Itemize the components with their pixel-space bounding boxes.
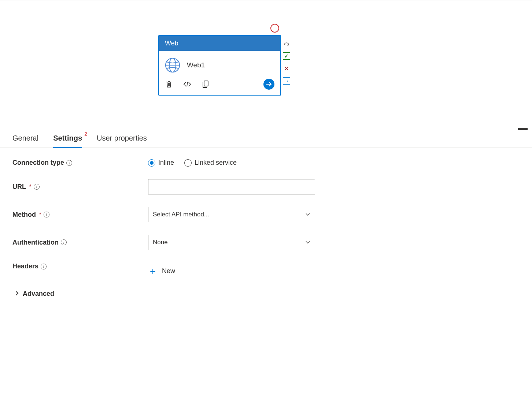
dependency-handles: ✓ ✕ → xyxy=(283,40,290,85)
chevron-right-icon xyxy=(15,291,19,297)
radio-inline[interactable]: Inline xyxy=(148,159,174,167)
method-select[interactable]: Select API method... xyxy=(148,207,315,222)
tab-settings-badge: 2 xyxy=(84,131,87,137)
new-header-button[interactable]: ＋ New xyxy=(148,265,315,278)
chevron-down-icon xyxy=(305,211,310,218)
radio-inline-label: Inline xyxy=(158,159,174,167)
run-icon[interactable] xyxy=(263,79,274,90)
radio-linked-label: Linked service xyxy=(195,159,237,167)
tab-settings-label: Settings xyxy=(53,134,82,142)
breakpoint-marker[interactable] xyxy=(270,24,279,33)
connection-type-radio-group: Inline Linked service xyxy=(148,159,315,167)
copy-icon[interactable] xyxy=(202,80,210,88)
authentication-select-value: None xyxy=(153,239,168,246)
info-icon[interactable]: i xyxy=(41,264,47,269)
connection-type-label: Connection type i xyxy=(12,159,148,167)
activity-name[interactable]: Web1 xyxy=(187,61,205,69)
web-activity-card[interactable]: Web Web1 xyxy=(158,35,281,96)
svg-line-5 xyxy=(187,82,188,87)
pipeline-canvas[interactable]: Web Web1 xyxy=(0,0,532,128)
info-icon[interactable]: i xyxy=(34,184,40,190)
advanced-toggle[interactable]: Advanced xyxy=(15,290,520,298)
code-icon[interactable] xyxy=(183,80,191,88)
authentication-label: Authentication i xyxy=(12,239,148,246)
activity-type-label: Web xyxy=(159,36,280,51)
delete-icon[interactable] xyxy=(165,80,173,88)
chevron-down-icon xyxy=(305,239,310,246)
settings-form: Connection type i Inline Linked service … xyxy=(0,148,532,309)
advanced-label: Advanced xyxy=(23,290,54,298)
info-icon[interactable]: i xyxy=(66,160,72,166)
new-button-label: New xyxy=(162,267,175,275)
info-icon[interactable]: i xyxy=(44,212,49,217)
url-input[interactable] xyxy=(148,179,315,194)
authentication-select[interactable]: None xyxy=(148,235,315,250)
headers-label: Headers i xyxy=(12,263,148,270)
dependency-completion-icon[interactable] xyxy=(283,40,290,47)
url-label: URL* i xyxy=(12,183,148,191)
tab-settings[interactable]: Settings 2 xyxy=(53,134,82,148)
dependency-success-icon[interactable]: ✓ xyxy=(283,52,290,60)
tab-user-properties[interactable]: User properties xyxy=(97,134,147,148)
dependency-skip-icon[interactable]: → xyxy=(283,77,290,85)
tab-general[interactable]: General xyxy=(12,134,38,148)
tab-bar: General Settings 2 User properties xyxy=(0,128,532,148)
plus-icon: ＋ xyxy=(148,265,158,278)
method-label: Method* i xyxy=(12,211,148,219)
properties-pane: General Settings 2 User properties Conne… xyxy=(0,128,532,309)
globe-icon xyxy=(165,57,180,73)
dependency-failure-icon[interactable]: ✕ xyxy=(283,65,290,72)
svg-rect-6 xyxy=(204,81,208,86)
radio-linked-service[interactable]: Linked service xyxy=(184,159,237,167)
method-select-value: Select API method... xyxy=(153,211,209,218)
info-icon[interactable]: i xyxy=(61,239,67,245)
